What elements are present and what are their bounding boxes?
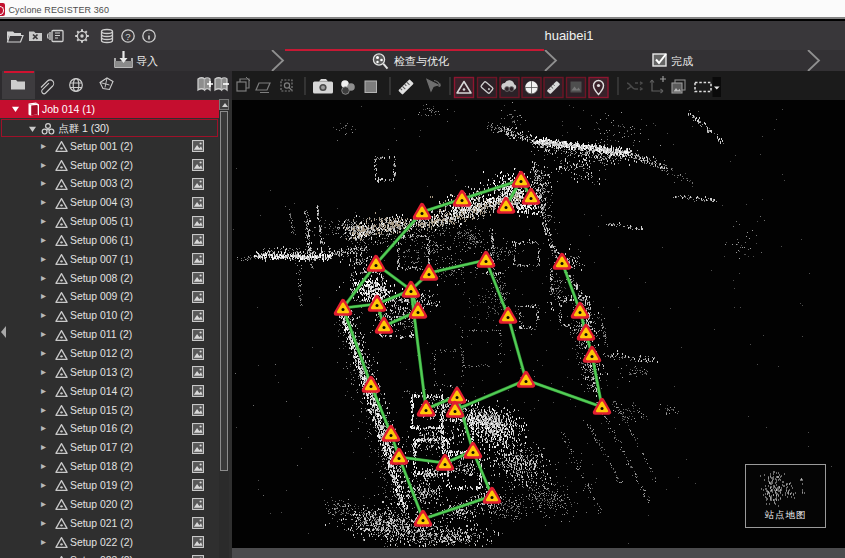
svg-text:?: ? <box>125 31 130 42</box>
